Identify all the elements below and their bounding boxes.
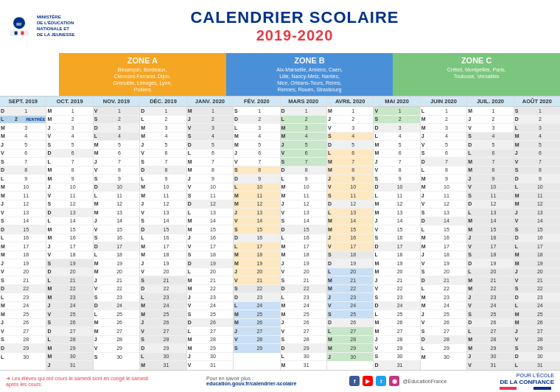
- day-letter: D: [141, 346, 147, 351]
- day-row: J26: [140, 319, 186, 328]
- day-letter: S: [47, 201, 53, 206]
- day-num: 9: [53, 176, 91, 181]
- day-num: 13: [334, 210, 372, 215]
- day-letter: D: [515, 354, 521, 359]
- day-row: J25: [421, 310, 466, 319]
- day-num: 29: [334, 346, 372, 351]
- day-row: S6: [421, 150, 466, 158]
- day-num: 17: [521, 244, 559, 249]
- day-row: M25: [140, 310, 186, 319]
- footer: ➜ Les élèves qui ont cours le samedi son…: [0, 370, 560, 393]
- day-row: D30: [514, 353, 560, 362]
- day-num: 24: [521, 303, 559, 308]
- day-letter: L: [515, 363, 521, 368]
- day-letter: M: [281, 184, 287, 189]
- day-row: D3: [374, 124, 419, 133]
- day-num: 23: [53, 295, 91, 300]
- day-row: V17: [467, 242, 513, 251]
- day-row: J5: [281, 141, 326, 150]
- footer-website[interactable]: education.gouv.fr/calendrier-scolaire: [206, 381, 296, 386]
- day-row: S21: [0, 276, 46, 285]
- day-num: 21: [7, 278, 45, 283]
- day-num: 24: [240, 303, 279, 308]
- youtube-icon[interactable]: ▶: [363, 376, 373, 386]
- day-letter: V: [515, 278, 521, 283]
- day-row: S27: [421, 327, 466, 336]
- day-row: L20: [327, 268, 373, 277]
- day-row: L3: [514, 124, 560, 133]
- day-letter: J: [141, 142, 147, 147]
- day-num: 18: [521, 252, 559, 257]
- month-header: FÉV. 2020: [234, 97, 279, 107]
- day-num: 17: [287, 244, 326, 249]
- day-num: 21: [53, 278, 91, 283]
- day-row: M3: [421, 124, 466, 133]
- day-num: 24: [7, 303, 45, 308]
- day-row: V28: [514, 336, 560, 345]
- facebook-icon[interactable]: f: [349, 376, 360, 386]
- day-row: M17: [0, 242, 46, 251]
- day-letter: D: [281, 167, 287, 172]
- day-row: S18: [327, 251, 373, 260]
- day-letter: J: [94, 159, 100, 164]
- day-num: 6: [287, 150, 326, 155]
- day-letter: M: [328, 337, 334, 342]
- day-row: V3: [467, 124, 513, 133]
- day-row: D1: [281, 107, 326, 116]
- day-row: J4: [421, 133, 466, 141]
- day-row: V3: [327, 124, 373, 133]
- day-row: S13: [421, 209, 466, 217]
- day-num: 29: [474, 346, 512, 351]
- day-letter: D: [47, 210, 53, 215]
- day-letter: J: [234, 269, 240, 274]
- day-num: 21: [380, 278, 419, 283]
- day-row: M30: [46, 353, 92, 362]
- twitter-icon[interactable]: t: [376, 376, 386, 386]
- day-num: 18: [147, 252, 185, 257]
- day-letter: L: [374, 193, 380, 198]
- day-letter: M: [328, 227, 334, 232]
- day-row: S15: [514, 225, 560, 234]
- day-row: M26: [234, 319, 279, 328]
- day-num: 9: [147, 176, 185, 181]
- day-num: 23: [380, 295, 419, 300]
- day-letter: S: [515, 286, 521, 291]
- day-num: 21: [240, 278, 279, 283]
- day-num: 19: [380, 261, 419, 266]
- day-letter: D: [47, 269, 53, 274]
- day-num: 6: [474, 150, 512, 155]
- day-letter: V: [515, 159, 521, 164]
- day-row: V6: [281, 150, 326, 158]
- day-num: 9: [380, 176, 419, 181]
- day-num: 27: [521, 329, 559, 334]
- day-letter: S: [47, 261, 53, 266]
- instagram-icon[interactable]: ◉: [389, 376, 399, 386]
- day-row: D10: [374, 183, 419, 192]
- day-num: 27: [147, 329, 185, 334]
- day-row: V20: [140, 268, 186, 277]
- day-row: M20: [374, 268, 419, 277]
- day-row: S25: [467, 310, 513, 319]
- day-letter: M: [328, 159, 334, 164]
- day-letter: D: [281, 346, 287, 351]
- day-row: J23: [467, 293, 513, 302]
- day-num: 5: [100, 142, 139, 147]
- day-letter: L: [1, 176, 7, 181]
- day-num: 30: [474, 354, 512, 359]
- day-num: 17: [474, 244, 512, 249]
- day-letter: D: [141, 286, 147, 291]
- day-num: 9: [474, 176, 512, 181]
- day-row: L15: [421, 225, 466, 234]
- zone-a-header: ZONE A Besançon, Bordeaux, Clermont-Ferr…: [59, 53, 226, 96]
- day-num: 10: [147, 184, 185, 189]
- day-row: D31: [374, 361, 419, 370]
- day-row: J2: [467, 116, 513, 125]
- day-num: 11: [194, 193, 232, 198]
- day-row: V22: [374, 285, 419, 294]
- day-letter: V: [141, 329, 147, 334]
- day-letter: D: [1, 286, 7, 291]
- day-row: V19: [421, 259, 466, 268]
- day-row: M11: [234, 192, 279, 200]
- day-letter: M: [47, 354, 53, 359]
- day-num: 4: [380, 133, 419, 139]
